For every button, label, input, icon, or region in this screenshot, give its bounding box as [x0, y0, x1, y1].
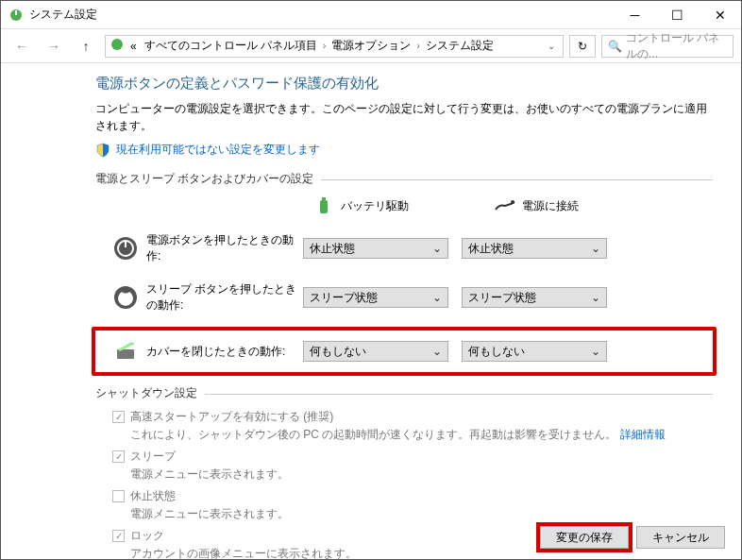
back-button[interactable]: ←: [8, 33, 35, 59]
admin-settings-link[interactable]: 現在利用可能ではない設定を変更します: [116, 142, 320, 158]
sleep-button-plugged-dropdown[interactable]: スリープ状態: [462, 287, 607, 308]
titlebar: システム設定 ─ ☐ ✕: [1, 1, 741, 29]
breadcrumb-prefix[interactable]: «: [128, 40, 139, 53]
forward-button[interactable]: →: [41, 33, 67, 59]
navbar: ← → ↑ « すべてのコントロール パネル項目 › 電源オプション › システ…: [1, 29, 741, 63]
row-sleep-button: スリープ ボタンを押したときの動作: スリープ状態 スリープ状態: [95, 278, 713, 317]
breadcrumb-item-1[interactable]: 電源オプション: [329, 38, 413, 54]
opt-fast-startup: 高速スタートアップを有効にする (推奨): [112, 409, 713, 425]
chevron-down-icon[interactable]: ⌄: [548, 41, 559, 51]
breadcrumb-item-0[interactable]: すべてのコントロール パネル項目: [143, 38, 319, 54]
save-button[interactable]: 変更の保存: [540, 526, 629, 549]
sleep-checkbox[interactable]: [112, 450, 125, 463]
search-input[interactable]: 🔍 コントロール パネルの...: [601, 35, 734, 58]
chevron-right-icon: ›: [416, 41, 419, 51]
maximize-button[interactable]: ☐: [656, 1, 699, 29]
fast-startup-desc: これにより、シャットダウン後の PC の起動時間が速くなります。再起動は影響を受…: [130, 427, 713, 443]
lid-close-battery-dropdown[interactable]: 何もしない: [303, 341, 448, 362]
column-battery: バッテリ駆動: [312, 195, 409, 217]
opt-hibernate: 休止状態: [112, 488, 713, 504]
svg-rect-1: [15, 10, 17, 15]
row-lid-close: カバーを閉じたときの動作: 何もしない 何もしない: [92, 327, 717, 376]
cancel-button[interactable]: キャンセル: [636, 526, 725, 549]
page-title: 電源ボタンの定義とパスワード保護の有効化: [95, 75, 713, 93]
fast-startup-checkbox[interactable]: [112, 411, 125, 423]
opt-sleep: スリープ: [112, 449, 713, 465]
close-button[interactable]: ✕: [699, 1, 741, 29]
power-button-battery-dropdown[interactable]: 休止状態: [303, 238, 448, 259]
breadcrumb-icon: [110, 37, 125, 55]
section-buttons-cover: 電源とスリープ ボタンおよびカバーの設定: [95, 171, 713, 187]
plug-icon: [494, 195, 516, 217]
battery-icon: [312, 195, 335, 217]
sleep-button-battery-dropdown[interactable]: スリープ状態: [303, 287, 448, 308]
svg-rect-4: [322, 197, 326, 200]
svg-point-2: [111, 39, 123, 50]
page-description: コンピューターの電源設定を選択できます。このページの設定に対して行う変更は、お使…: [95, 100, 713, 134]
svg-point-5: [511, 200, 514, 204]
lid-close-plugged-dropdown[interactable]: 何もしない: [462, 341, 607, 362]
fast-startup-info-link[interactable]: 詳細情報: [620, 428, 666, 441]
row-power-button: 電源ボタンを押したときの動作: 休止状態 休止状態: [95, 229, 713, 268]
lid-close-label: カバーを閉じたときの動作:: [146, 344, 303, 360]
hibernate-checkbox[interactable]: [112, 490, 125, 502]
laptop-icon: [112, 338, 139, 365]
refresh-button[interactable]: ↻: [569, 35, 596, 58]
svg-rect-8: [125, 240, 126, 247]
minimize-button[interactable]: ─: [614, 1, 656, 29]
section-shutdown: シャットダウン設定: [95, 385, 713, 401]
power-button-plugged-dropdown[interactable]: 休止状態: [462, 238, 607, 259]
breadcrumb[interactable]: « すべてのコントロール パネル項目 › 電源オプション › システム設定 ⌄: [105, 35, 564, 58]
button-bar: 変更の保存 キャンセル: [540, 526, 725, 549]
chevron-right-icon: ›: [323, 41, 326, 51]
up-button[interactable]: ↑: [73, 33, 99, 59]
hibernate-desc: 電源メニューに表示されます。: [130, 506, 713, 522]
column-plugged: 電源に接続: [494, 195, 579, 217]
moon-icon: [112, 284, 139, 311]
svg-rect-3: [320, 200, 328, 213]
power-icon: [112, 235, 139, 262]
sleep-desc: 電源メニューに表示されます。: [130, 467, 713, 483]
shield-icon: [95, 143, 110, 158]
search-placeholder: コントロール パネルの...: [626, 30, 727, 62]
app-icon: [8, 8, 24, 23]
search-icon: 🔍: [608, 40, 622, 53]
lock-checkbox[interactable]: [112, 530, 125, 542]
breadcrumb-item-2[interactable]: システム設定: [424, 38, 496, 54]
power-button-label: 電源ボタンを押したときの動作:: [146, 232, 303, 264]
sleep-button-label: スリープ ボタンを押したときの動作:: [146, 281, 303, 314]
window-title: システム設定: [29, 7, 614, 23]
content: 電源ボタンの定義とパスワード保護の有効化 コンピューターの電源設定を選択できます…: [1, 63, 741, 560]
